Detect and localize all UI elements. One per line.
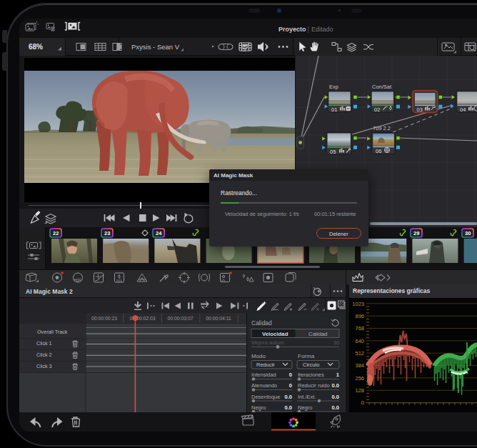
svg-text:30: 30 (465, 230, 471, 237)
svg-text:1023: 1023 (352, 301, 364, 307)
svg-text:Negro: Negro (298, 404, 312, 411)
svg-text:Click 3: Click 3 (36, 363, 52, 369)
svg-text:Desenfoque: Desenfoque (251, 394, 280, 400)
svg-text:Click 2: Click 2 (36, 352, 52, 358)
svg-text:Velocidad: Velocidad (262, 331, 288, 337)
svg-text:30: 30 (333, 339, 339, 346)
svg-text:Intensidad: Intensidad (251, 372, 276, 378)
svg-text:Pxysis - Sean V: Pxysis - Sean V (131, 43, 180, 51)
svg-text:Exp: Exp (329, 84, 338, 90)
svg-text:512: 512 (355, 350, 364, 357)
svg-text:00:00:04:11: 00:00:04:11 (206, 316, 231, 321)
svg-text:23: 23 (104, 230, 110, 237)
svg-text:Atenuando: Atenuando (251, 382, 277, 389)
svg-text:05: 05 (330, 149, 336, 155)
svg-text:256: 256 (355, 375, 364, 382)
svg-text:0.0: 0.0 (332, 394, 339, 400)
svg-text:Int./Ext.: Int./Ext. (298, 394, 316, 400)
svg-text:Reducir: Reducir (256, 362, 275, 368)
svg-text:709 2.2: 709 2.2 (373, 125, 391, 131)
svg-text:HDR: HDR (74, 279, 81, 282)
svg-text:02: 02 (374, 106, 380, 113)
svg-text:Calidad: Calidad (251, 319, 272, 327)
svg-text:768: 768 (355, 325, 364, 332)
svg-text:0.0: 0.0 (332, 382, 339, 389)
svg-text:Con/Sat: Con/Sat (372, 84, 392, 90)
svg-text:Click 1: Click 1 (36, 340, 52, 347)
svg-text:0.0: 0.0 (285, 404, 292, 411)
svg-text:640: 640 (355, 338, 364, 344)
svg-text:29: 29 (413, 230, 419, 237)
svg-text:Reducir ruido: Reducir ruido (298, 382, 330, 389)
svg-text:Modo: Modo (251, 353, 266, 359)
svg-text:24: 24 (156, 230, 162, 237)
svg-text:68%: 68% (29, 43, 43, 51)
svg-text:04: 04 (460, 106, 466, 113)
svg-text:06: 06 (376, 148, 381, 154)
svg-text:384: 384 (355, 362, 364, 369)
svg-text:Iteraciones: Iteraciones (298, 372, 324, 378)
svg-text:896: 896 (355, 313, 364, 319)
svg-text:00:00:03:07: 00:00:03:07 (168, 316, 194, 321)
svg-text:Forma: Forma (298, 353, 315, 359)
svg-text:|: | (308, 26, 309, 33)
svg-text:0: 0 (289, 372, 292, 378)
svg-text:128: 128 (355, 387, 364, 394)
svg-text:01: 01 (331, 106, 337, 113)
svg-text:Circulo: Circulo (303, 362, 319, 368)
svg-text:Proyecto: Proyecto (278, 26, 306, 33)
svg-text:Calidad: Calidad (308, 331, 327, 337)
svg-text:0.0: 0.0 (332, 404, 339, 411)
svg-text:Negro: Negro (251, 404, 266, 411)
svg-text:00:00:00:23: 00:00:00:23 (91, 316, 117, 321)
svg-text:1: 1 (336, 372, 339, 378)
svg-text:HQ: HQ (243, 45, 249, 49)
svg-text:0: 0 (289, 382, 292, 389)
svg-text:22: 22 (53, 230, 59, 237)
svg-text:Overall Track: Overall Track (37, 329, 68, 335)
svg-text:AI Magic Mask 2: AI Magic Mask 2 (26, 288, 73, 295)
svg-text:Mejora autom.: Mejora autom. (251, 339, 286, 346)
svg-text:0: 0 (361, 399, 364, 406)
svg-text:0.0: 0.0 (285, 394, 292, 400)
svg-text:03: 03 (417, 106, 423, 113)
svg-text:Editado: Editado (311, 26, 333, 33)
